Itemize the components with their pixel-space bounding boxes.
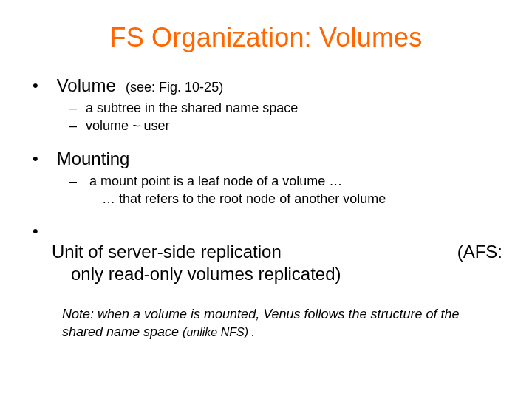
mounting-sub1: a mount point is a leaf node of a volume… — [86, 172, 502, 208]
replication-right: (AFS: — [435, 242, 502, 262]
mounting-sublist: a mount point is a leaf node of a volume… — [86, 172, 502, 208]
bullet-volume: Volume (see: Fig. 10-25) a subtree in th… — [52, 75, 502, 135]
replication-cont: only read-only volumes replicated) — [71, 264, 502, 284]
bullet-list: Volume (see: Fig. 10-25) a subtree in th… — [52, 75, 502, 284]
volume-sub1: a subtree in the shared name space — [86, 99, 502, 117]
volume-sub2: volume ~ user — [86, 117, 502, 134]
mounting-sub1-text: a mount point is a leaf node of a volume… — [89, 174, 342, 188]
slide-title: FS Organization: Volumes — [30, 22, 502, 53]
footnote-small: (unlike NFS) . — [183, 326, 255, 338]
bullet-volume-see: (see: Fig. 10-25) — [126, 80, 223, 95]
slide: FS Organization: Volumes Volume (see: Fi… — [0, 0, 532, 399]
footnote: Note: when a volume is mounted, Venus fo… — [62, 305, 488, 341]
bullet-volume-label: Volume — [57, 75, 116, 95]
volume-sublist: a subtree in the shared name space volum… — [86, 99, 502, 135]
footnote-text: Note: when a volume is mounted, Venus fo… — [62, 307, 460, 339]
bullet-mounting-label: Mounting — [57, 149, 130, 168]
replication-row: Unit of server-side replication (AFS: — [52, 242, 502, 262]
replication-left: Unit of server-side replication — [52, 242, 435, 262]
mounting-sub1-cont: … that refers to the root node of anothe… — [102, 190, 502, 208]
bullet-replication: Unit of server-side replication (AFS: on… — [52, 221, 502, 284]
bullet-mounting: Mounting a mount point is a leaf node of… — [52, 149, 502, 208]
